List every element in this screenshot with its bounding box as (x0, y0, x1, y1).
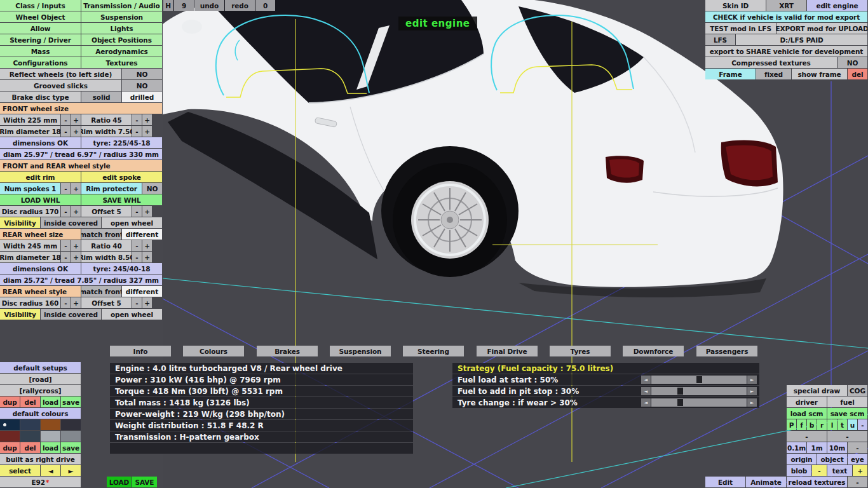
front-rim-diameter-value[interactable]: Rim diameter 18 (0, 126, 60, 137)
animate-mode-button[interactable]: Animate (746, 477, 786, 487)
colour-swatch-5[interactable] (0, 431, 20, 442)
rim-protector-toggle[interactable]: NO (142, 183, 162, 194)
letter-u-button[interactable]: u (848, 419, 857, 430)
letter-extra-button[interactable]: - (858, 419, 867, 430)
step-10m-button[interactable]: 10m (827, 442, 847, 453)
front-width-minus[interactable]: - (61, 114, 71, 125)
edit-mode-button[interactable]: Edit (705, 477, 745, 487)
letter-r-button[interactable]: r (817, 419, 827, 430)
undo-button[interactable]: undo (194, 0, 224, 11)
setup-del-button[interactable]: del (20, 396, 40, 407)
front-rim-width-value[interactable]: Rim width 7.50 (81, 126, 132, 137)
nav-steering-driver[interactable]: Steering / Driver (0, 34, 81, 45)
tab-suspension[interactable]: Suspension (330, 346, 391, 356)
reflect-wheels-label[interactable]: Reflect wheels (to left side) (0, 69, 121, 79)
front-disc-radius-plus[interactable]: + (71, 206, 81, 217)
colour-swatch-2[interactable] (20, 419, 40, 430)
rear-disc-radius-value[interactable]: Disc radius 160 (0, 297, 60, 308)
tab-colours[interactable]: Colours (183, 346, 244, 356)
rear-size-different[interactable]: different (122, 229, 162, 240)
select-button[interactable]: select (0, 465, 40, 476)
reload-textures-button[interactable]: reload textures (787, 477, 847, 487)
tab-passengers[interactable]: Passengers (696, 346, 757, 356)
rear-style-different[interactable]: different (122, 286, 162, 297)
object-button[interactable]: object (817, 454, 847, 464)
edit-rim-button[interactable]: edit rim (0, 172, 81, 182)
num-spokes-minus[interactable]: - (61, 183, 71, 194)
rear-ratio-value[interactable]: Ratio 40 (81, 240, 132, 251)
test-mod-button[interactable]: TEST mod in LFS (705, 23, 776, 34)
built-right-drive-toggle[interactable]: built as right drive (0, 454, 81, 464)
slider-track[interactable] (651, 376, 747, 384)
skin-id-value[interactable]: XRT (766, 0, 806, 11)
export-share-button[interactable]: export to SHARE vehicle for development (705, 46, 867, 57)
num-spokes-plus[interactable]: + (71, 183, 81, 194)
front-ratio-value[interactable]: Ratio 45 (81, 114, 132, 125)
rear-size-match-front[interactable]: match front (81, 229, 121, 240)
compressed-textures-toggle[interactable]: NO (837, 57, 867, 68)
colour-swatch-7[interactable] (41, 431, 60, 442)
grooved-slicks-label[interactable]: Grooved slicks (0, 80, 121, 91)
vehicle-name-button[interactable]: E92* (0, 477, 81, 487)
front-offset-plus[interactable]: + (142, 206, 152, 217)
eye-button[interactable]: eye (848, 454, 867, 464)
rear-offset-value[interactable]: Offset 5 (81, 297, 132, 308)
slider-left-arrow[interactable]: ◄ (641, 398, 651, 407)
colour-swatch-8[interactable] (61, 431, 81, 442)
colour-swatch-6[interactable] (20, 431, 40, 442)
front-disc-radius-minus[interactable]: - (61, 206, 71, 217)
select-prev-arrow[interactable]: ◄ (41, 465, 60, 476)
rear-width-minus[interactable]: - (61, 240, 71, 251)
step-1m-button[interactable]: 1m (807, 442, 827, 453)
toolbar-h-button[interactable]: H (163, 0, 173, 11)
nav-allow[interactable]: Allow (0, 23, 81, 34)
skin-id-button[interactable]: Skin ID (705, 0, 766, 11)
toolbar-zero-button[interactable]: 0 (255, 0, 275, 11)
edit-engine-button[interactable]: edit engine (807, 0, 867, 11)
save-whl-button[interactable]: SAVE WHL (81, 194, 162, 205)
nav-aerodynamics[interactable]: Aerodynamics (81, 46, 162, 57)
load-scm-button[interactable]: load scm (787, 408, 827, 419)
load-vehicle-button[interactable]: LOAD (107, 477, 132, 487)
rear-width-plus[interactable]: + (71, 240, 81, 251)
front-rim-width-plus[interactable]: + (142, 126, 152, 137)
slider-thumb[interactable] (696, 376, 702, 383)
toolbar-h-value[interactable]: 9 (174, 0, 194, 11)
front-vis-inside-covered[interactable]: inside covered (41, 217, 101, 228)
rear-vis-open-wheel[interactable]: open wheel (102, 309, 162, 320)
front-vis-open-wheel[interactable]: open wheel (102, 217, 162, 228)
grooved-slicks-toggle[interactable]: NO (122, 80, 162, 91)
tab-info[interactable]: Info (110, 346, 171, 356)
colour-del-button[interactable]: del (20, 442, 40, 453)
rear-disc-radius-plus[interactable]: + (71, 297, 81, 308)
nav-wheel-object[interactable]: Wheel Object (0, 11, 81, 22)
tab-brakes[interactable]: Brakes (257, 346, 318, 356)
special-draw-button[interactable]: special draw (787, 385, 847, 396)
colour-load-button[interactable]: load (41, 442, 60, 453)
front-ratio-minus[interactable]: - (132, 114, 142, 125)
front-rim-diameter-plus[interactable]: + (71, 126, 81, 137)
setup-dup-button[interactable]: dup (0, 396, 20, 407)
lfs-path-button[interactable]: LFS (705, 34, 735, 45)
end-dash-button[interactable]: - (848, 477, 867, 487)
tools-dash-button-2[interactable]: - (827, 431, 867, 442)
fuel-button[interactable]: fuel (827, 396, 867, 407)
rear-rim-diameter-value[interactable]: Rim diameter 18 (0, 252, 60, 262)
rear-rim-width-minus[interactable]: - (132, 252, 142, 262)
nav-lights[interactable]: Lights (81, 23, 162, 34)
slider-left-arrow[interactable]: ◄ (641, 387, 651, 395)
colour-save-button[interactable]: save (61, 442, 81, 453)
colour-swatch-1[interactable] (0, 419, 20, 430)
nav-class-inputs[interactable]: Class / Inputs (0, 0, 81, 11)
step-0-1m-button[interactable]: 0.1m (787, 442, 806, 453)
brake-disc-drilled-option[interactable]: drilled (122, 92, 162, 102)
lfs-path-value[interactable]: D:/LFS PAID (736, 34, 867, 45)
setup-item-road[interactable]: [road] (0, 374, 81, 384)
colour-swatch-3[interactable] (41, 419, 60, 430)
text-button[interactable]: text (827, 465, 852, 476)
letter-b-button[interactable]: b (807, 419, 817, 430)
blob-button[interactable]: blob (787, 465, 811, 476)
tab-downforce[interactable]: Downforce (623, 346, 684, 356)
edit-spoke-button[interactable]: edit spoke (81, 172, 162, 182)
nav-configurations[interactable]: Configurations (0, 57, 81, 68)
